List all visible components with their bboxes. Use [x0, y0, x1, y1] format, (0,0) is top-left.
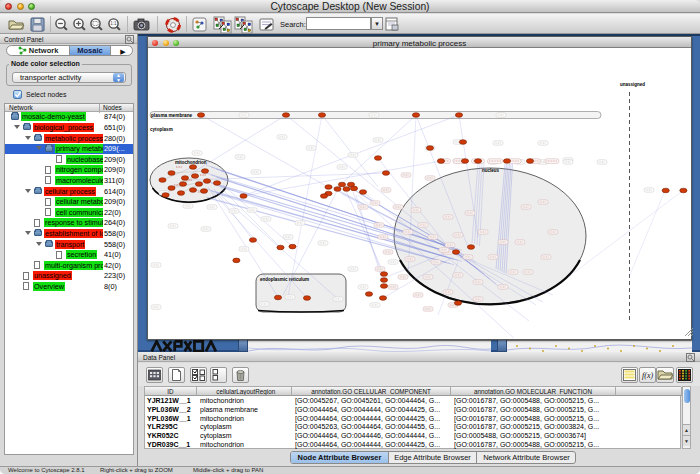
- svg-text:mitochondrion: mitochondrion: [175, 160, 207, 165]
- svg-text:plasma membrane: plasma membrane: [151, 113, 193, 118]
- svg-text:nucleus: nucleus: [482, 168, 500, 173]
- svg-text:cytoplasm: cytoplasm: [150, 127, 173, 132]
- svg-text:1:1: 1:1: [110, 21, 117, 26]
- svg-text:f(x): f(x): [642, 371, 653, 380]
- svg-text:unassigned: unassigned: [620, 82, 645, 87]
